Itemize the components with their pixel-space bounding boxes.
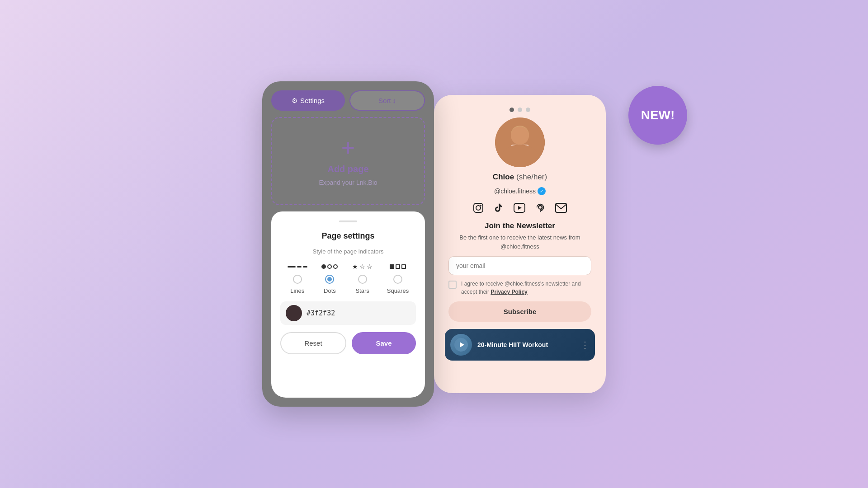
email-input[interactable] xyxy=(448,256,591,275)
video-title: 20-Minute HIIT Workout xyxy=(477,341,575,348)
sq1 xyxy=(390,264,394,269)
subscribe-button[interactable]: Subscribe xyxy=(448,301,591,322)
sheet-buttons: Reset Save xyxy=(280,332,416,354)
handle-text: @chloe.fitness xyxy=(494,188,536,195)
consent-text: I agree to receive @chloe.fitness's news… xyxy=(461,280,591,296)
instagram-icon[interactable] xyxy=(473,202,484,216)
dots-radio[interactable] xyxy=(325,275,334,284)
star2: ☆ xyxy=(359,263,365,270)
avatar-container xyxy=(495,117,545,167)
newsletter-description: Be the first one to receive the latest n… xyxy=(448,233,591,251)
svg-point-1 xyxy=(511,126,529,144)
reset-button[interactable]: Reset xyxy=(280,332,346,354)
color-swatch[interactable] xyxy=(286,305,302,321)
svg-point-2 xyxy=(504,148,536,167)
svg-rect-5 xyxy=(474,203,483,212)
stars-label: Stars xyxy=(355,287,369,294)
profile-name-text: Chloe xyxy=(493,173,514,182)
add-page-subtitle: Expand your Lnk.Bio xyxy=(319,179,377,186)
privacy-policy-link[interactable]: Privacy Policy xyxy=(491,289,527,295)
line2 xyxy=(297,266,302,267)
stars-radio[interactable] xyxy=(358,275,367,284)
video-more-icon[interactable]: ⋮ xyxy=(580,339,590,350)
new-badge-label: NEW! xyxy=(641,108,675,122)
avatar-svg xyxy=(495,117,545,167)
profile-name: Chloe (she/her) xyxy=(493,173,547,182)
sheet-subtitle: Style of the page indicators xyxy=(280,248,416,255)
sheet-title: Page settings xyxy=(280,231,416,241)
sheet-handle xyxy=(339,221,357,222)
settings-button[interactable]: ⚙ Settings xyxy=(271,90,345,111)
add-page-card[interactable]: + Add page Expand your Lnk.Bio xyxy=(271,117,425,205)
svg-point-3 xyxy=(506,147,533,165)
consent-row: I agree to receive @chloe.fitness's news… xyxy=(448,280,591,296)
scene: ⚙ Settings Sort ↕ + Add page Expand your… xyxy=(262,81,606,407)
profile-handle: @chloe.fitness ✓ xyxy=(494,187,546,195)
phone-right-inner: Chloe (she/her) @chloe.fitness ✓ xyxy=(434,95,606,368)
sq3 xyxy=(401,264,406,269)
sort-button[interactable]: Sort ↕ xyxy=(349,90,425,111)
lines-label: Lines xyxy=(290,287,304,294)
svg-marker-9 xyxy=(518,206,522,210)
video-thumbnail xyxy=(450,334,472,356)
lines-option[interactable]: Lines xyxy=(288,262,307,294)
new-badge: NEW! xyxy=(628,86,687,145)
lines-radio[interactable] xyxy=(293,275,302,284)
top-bar: ⚙ Settings Sort ↕ xyxy=(271,90,425,111)
color-row: #3f2f32 xyxy=(280,301,416,325)
phone-right-wrapper: Chloe (she/her) @chloe.fitness ✓ xyxy=(434,95,606,393)
page-dot-3 xyxy=(526,108,530,112)
page-dot-2 xyxy=(518,108,522,112)
page-dot-1 xyxy=(509,108,514,112)
dot1 xyxy=(321,264,326,269)
svg-point-10 xyxy=(538,206,542,209)
star3: ☆ xyxy=(367,263,373,270)
phone-left: ⚙ Settings Sort ↕ + Add page Expand your… xyxy=(262,81,434,407)
add-page-plus-icon: + xyxy=(341,136,355,160)
indicator-options: Lines Dots ★ ☆ xyxy=(280,262,416,294)
line1 xyxy=(288,266,296,267)
page-dots xyxy=(509,108,530,112)
squares-radio[interactable] xyxy=(393,275,402,284)
color-value: #3f2f32 xyxy=(307,309,335,317)
tiktok-icon[interactable] xyxy=(494,203,504,216)
line3 xyxy=(303,266,307,267)
svg-point-7 xyxy=(480,205,481,206)
squares-label: Squares xyxy=(387,287,409,294)
phone-right: Chloe (she/her) @chloe.fitness ✓ xyxy=(434,95,606,393)
profile-pronoun: (she/her) xyxy=(516,173,547,182)
sort-label: Sort ↕ xyxy=(378,97,396,104)
sq2 xyxy=(396,264,400,269)
newsletter-title: Join the Newsletter xyxy=(448,221,591,230)
svg-rect-12 xyxy=(556,203,566,212)
save-button[interactable]: Save xyxy=(352,332,416,354)
svg-rect-4 xyxy=(511,145,529,156)
dots-visual xyxy=(321,262,338,271)
add-page-title: Add page xyxy=(327,164,368,174)
stars-option[interactable]: ★ ☆ ☆ Stars xyxy=(352,262,373,294)
settings-label: Settings xyxy=(300,97,325,104)
consent-checkbox[interactable] xyxy=(448,281,457,289)
squares-option[interactable]: Squares xyxy=(387,262,409,294)
email-icon[interactable] xyxy=(555,203,567,216)
dot2 xyxy=(327,264,332,269)
video-preview[interactable]: 20-Minute HIIT Workout ⋮ xyxy=(445,329,595,361)
social-icons xyxy=(473,202,567,216)
dots-option[interactable]: Dots xyxy=(321,262,338,294)
podcast-icon[interactable] xyxy=(535,203,545,216)
lines-visual xyxy=(288,262,307,271)
star1: ★ xyxy=(352,263,358,270)
svg-point-6 xyxy=(476,206,481,210)
squares-visual xyxy=(390,262,406,271)
dots-label: Dots xyxy=(324,287,336,294)
stars-visual: ★ ☆ ☆ xyxy=(352,262,373,271)
svg-point-0 xyxy=(495,117,545,167)
verified-badge: ✓ xyxy=(538,187,546,195)
bottom-sheet: Page settings Style of the page indicato… xyxy=(271,211,425,398)
newsletter-section: Join the Newsletter Be the first one to … xyxy=(445,221,595,322)
dot3 xyxy=(333,264,338,269)
youtube-icon[interactable] xyxy=(514,203,525,216)
video-thumb-image xyxy=(454,338,468,352)
gear-icon: ⚙ xyxy=(292,97,297,105)
avatar xyxy=(495,117,545,167)
